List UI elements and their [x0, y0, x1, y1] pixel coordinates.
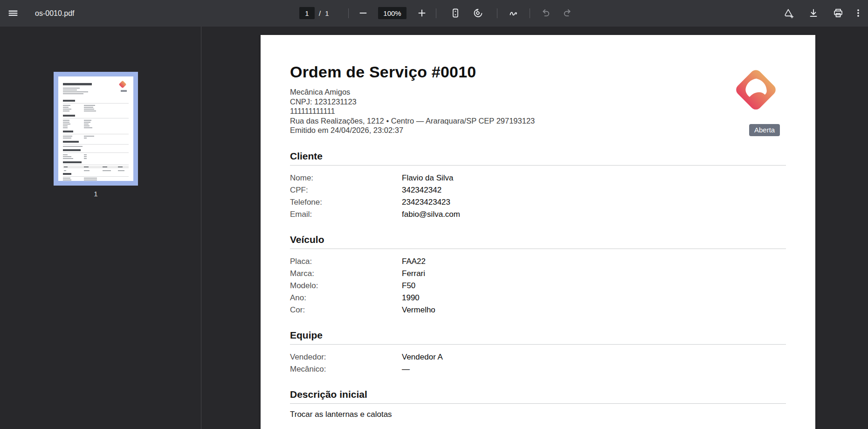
emitted-date: Emitido em 24/04/2026, 23:02:37	[290, 125, 535, 135]
field-row: Nome:Flavio da Silva	[290, 172, 460, 184]
field-row: Ano:1990	[290, 292, 435, 304]
toolbar-divider	[348, 8, 349, 18]
annotate-icon[interactable]	[506, 6, 521, 21]
company-address: Rua das Realizações, 1212 • Centro — Ara…	[290, 116, 535, 126]
document-title: Ordem de Serviço #0010	[290, 63, 476, 81]
rotate-icon[interactable]	[470, 6, 485, 21]
menu-icon[interactable]	[6, 6, 21, 21]
page-thumbnail-preview	[58, 76, 133, 181]
zoom-in-icon[interactable]	[414, 6, 429, 21]
section-heading-veiculo: Veículo	[290, 234, 786, 249]
page-separator: /	[319, 9, 321, 17]
field-row: CPF:342342342	[290, 184, 460, 196]
section-heading-descricao: Descrição inicial	[290, 389, 786, 404]
company-name: Mecânica Amigos	[290, 87, 535, 97]
zoom-out-icon[interactable]	[356, 6, 371, 21]
toolbar-divider	[497, 8, 497, 18]
save-to-drive-icon[interactable]	[781, 6, 796, 21]
section-heading-equipe: Equipe	[290, 330, 786, 345]
company-cnpj: CNPJ: 1231231123	[290, 97, 535, 107]
status-badge: Aberta	[749, 124, 780, 136]
download-icon[interactable]	[806, 6, 821, 21]
section-rows-equipe: Vendedor:Vendedor A Mecânico:—	[290, 351, 443, 375]
field-row: Marca:Ferrari	[290, 268, 435, 280]
section-rows-cliente: Nome:Flavio da Silva CPF:342342342 Telef…	[290, 172, 460, 221]
thumbnail-page-number: 1	[54, 190, 138, 198]
field-row: Modelo:F50	[290, 280, 435, 292]
section-heading-cliente: Cliente	[290, 151, 786, 166]
page-count: /1	[319, 0, 333, 27]
fit-to-page-icon[interactable]	[448, 6, 463, 21]
company-logo-icon	[729, 63, 783, 117]
field-row: Vendedor:Vendedor A	[290, 351, 443, 363]
pdf-toolbar: os-0010.pdf /1	[0, 0, 868, 27]
company-phone: 111111111111	[290, 106, 535, 116]
field-row: Cor:Vermelho	[290, 304, 435, 316]
toolbar-divider	[436, 8, 436, 18]
field-row: Telefone:23423423423	[290, 196, 460, 208]
redo-icon[interactable]	[560, 6, 575, 21]
undo-icon[interactable]	[538, 6, 553, 21]
section-rows-veiculo: Placa:FAA22 Marca:Ferrari Modelo:F50 Ano…	[290, 256, 435, 316]
page-thumbnail[interactable]	[54, 72, 138, 186]
page-number-input[interactable]	[299, 7, 315, 19]
field-row: Email:fabio@silva.com	[290, 208, 460, 221]
initial-description-text: Trocar as lanternas e calotas	[290, 410, 392, 419]
zoom-level-input[interactable]	[378, 7, 406, 19]
more-options-icon[interactable]	[852, 6, 864, 21]
company-info: Mecânica Amigos CNPJ: 1231231123 1111111…	[290, 87, 535, 135]
field-row: Placa:FAA22	[290, 256, 435, 268]
page-total: 1	[325, 9, 329, 17]
panel-divider	[201, 27, 201, 429]
toolbar-divider	[530, 8, 530, 18]
field-row: Mecânico:—	[290, 363, 443, 375]
pdf-page: Ordem de Serviço #0010 Mecânica Amigos C…	[261, 35, 815, 429]
print-icon[interactable]	[831, 6, 846, 21]
document-filename: os-0010.pdf	[35, 0, 75, 27]
mini-logo-icon	[119, 81, 127, 89]
thumbnail-panel: 1	[0, 27, 201, 429]
